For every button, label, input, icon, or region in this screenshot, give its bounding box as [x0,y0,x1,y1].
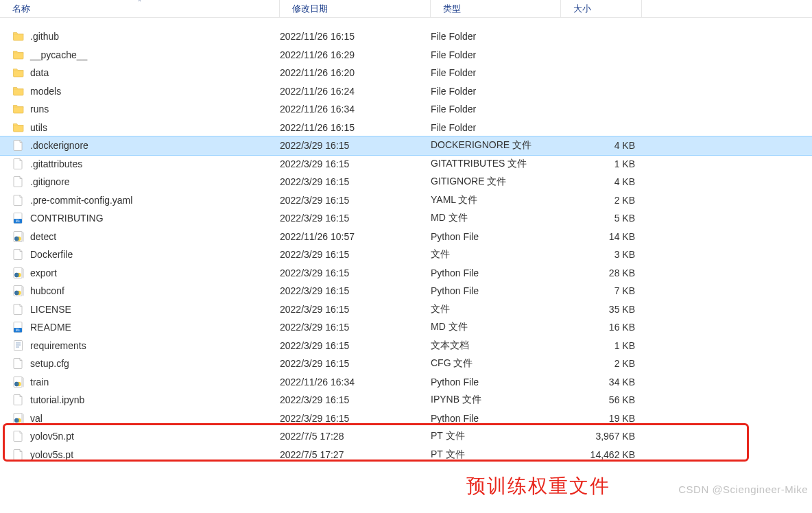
svg-text:M↓: M↓ [16,219,21,223]
file-date-cell: 2022/11/26 16:34 [280,104,431,115]
file-date-cell: 2022/3/29 16:15 [280,267,431,278]
file-type-cell: CFG 文件 [431,357,561,370]
file-row[interactable]: .gitignore2022/3/29 16:15GITIGNORE 文件4 K… [0,173,812,191]
file-type-cell: PT 文件 [431,430,561,442]
file-row[interactable]: val2022/3/29 16:15Python File19 KB [0,409,812,428]
file-row[interactable]: __pycache__2022/11/26 16:29File Folder [0,46,812,64]
file-row[interactable]: data2022/11/26 16:20File Folder [0,64,812,82]
file-row[interactable]: models2022/11/26 16:24File Folder [0,82,812,101]
file-type-cell: File Folder [431,31,561,42]
folder-icon [12,67,25,79]
file-icon [12,357,25,370]
file-date-cell: 2022/3/29 16:15 [280,195,431,206]
column-header-date[interactable]: 修改日期 [280,0,431,17]
file-name-label: export [30,267,57,278]
file-name-label: README [30,322,71,333]
column-header-name[interactable]: 名称 ˄ [0,0,280,17]
svg-rect-18 [14,340,23,350]
file-date-cell: 2022/3/29 16:15 [280,140,431,151]
file-type-cell: 文本文档 [431,339,561,352]
file-date-cell: 2022/3/29 16:15 [280,285,431,296]
file-size-cell: 34 KB [561,377,642,387]
file-date-cell: 2022/7/5 17:27 [280,449,431,460]
file-row[interactable]: .gitattributes2022/3/29 16:15GITATTRIBUT… [0,155,812,174]
python-icon [12,267,25,279]
file-row[interactable]: runs2022/11/26 16:34File Folder [0,100,812,119]
file-row[interactable]: M↓CONTRIBUTING2022/3/29 16:15MD 文件5 KB [0,209,812,228]
file-row[interactable]: yolov5s.pt2022/7/5 17:27PT 文件14,462 KB [0,446,812,464]
file-row[interactable]: requirements2022/3/29 16:15文本文档1 KB [0,337,812,355]
file-size-cell: 14,462 KB [561,449,642,460]
file-size-cell: 28 KB [561,267,642,278]
file-name-cell: data [12,67,280,79]
file-row[interactable]: utils2022/11/26 16:15File Folder [0,119,812,137]
file-date-cell: 2022/3/29 16:15 [280,322,431,333]
watermark-text: CSDN @Sciengineer-Mike [678,484,808,495]
file-row[interactable]: export2022/3/29 16:15Python File28 KB [0,264,812,283]
column-header-name-label: 名称 [12,3,30,15]
file-name-cell: setup.cfg [12,357,280,370]
file-size-cell: 19 KB [561,413,642,424]
file-row[interactable]: .pre-commit-config.yaml2022/3/29 16:15YA… [0,191,812,210]
annotation-text: 预训练权重文件 [466,473,610,499]
file-row[interactable]: setup.cfg2022/3/29 16:15CFG 文件2 KB [0,355,812,373]
file-icon [12,248,25,261]
file-name-label: Dockerfile [30,249,73,260]
file-size-cell: 4 KB [561,140,642,151]
file-name-cell: models [12,85,280,97]
folder-icon [12,121,25,134]
file-row[interactable]: Dockerfile2022/3/29 16:15文件3 KB [0,246,812,264]
svg-point-6 [14,237,19,241]
file-name-label: .gitignore [30,176,70,187]
file-row[interactable]: hubconf2022/3/29 16:15Python File7 KB [0,282,812,300]
file-row[interactable]: train2022/11/26 16:34Python File34 KB [0,373,812,392]
svg-point-25 [14,382,19,386]
column-header-type[interactable]: 类型 [431,0,561,17]
file-name-label: requirements [30,340,86,351]
sort-ascending-icon: ˄ [138,0,141,6]
file-size-cell: 5 KB [561,213,642,224]
file-row[interactable]: tutorial.ipynb2022/3/29 16:15IPYNB 文件56 … [0,391,812,409]
file-name-cell: .dockerignore [12,139,280,152]
column-header-size-label: 大小 [573,3,591,15]
column-header-date-label: 修改日期 [292,3,328,15]
file-size-cell: 3,967 KB [561,431,642,442]
file-row[interactable]: detect2022/11/26 10:57Python File14 KB [0,228,812,246]
file-type-cell: Python File [431,285,561,296]
file-row[interactable]: LICENSE2022/3/29 16:15文件35 KB [0,300,812,319]
folder-icon [12,103,25,115]
file-row[interactable]: .github2022/11/26 16:15File Folder [0,27,812,46]
file-row[interactable]: yolov5n.pt2022/7/5 17:28PT 文件3,967 KB [0,427,812,446]
file-date-cell: 2022/11/26 16:24 [280,86,431,97]
file-type-cell: DOCKERIGNORE 文件 [431,139,561,152]
python-icon [12,230,25,243]
file-date-cell: 2022/7/5 17:28 [280,431,431,442]
file-name-cell: requirements [12,339,280,352]
file-name-label: train [30,377,49,387]
file-name-cell: train [12,376,280,388]
file-name-label: tutorial.ipynb [30,394,84,405]
file-type-cell: Python File [431,413,561,424]
file-name-cell: yolov5n.pt [12,430,280,442]
file-name-label: .dockerignore [30,140,88,151]
file-name-label: hubconf [30,285,64,296]
file-name-cell: export [12,267,280,279]
file-size-cell: 3 KB [561,249,642,260]
file-type-cell: File Folder [431,67,561,78]
file-name-cell: .gitattributes [12,158,280,170]
file-name-label: val [30,413,43,424]
file-name-cell: val [12,412,280,425]
file-name-label: runs [30,104,49,115]
file-row[interactable]: .dockerignore2022/3/29 16:15DOCKERIGNORE… [0,136,812,155]
file-type-cell: IPYNB 文件 [431,394,561,406]
file-type-cell: File Folder [431,122,561,133]
file-size-cell: 7 KB [561,285,642,296]
column-header-size[interactable]: 大小 [561,0,642,17]
file-date-cell: 2022/3/29 16:15 [280,249,431,260]
file-size-cell: 2 KB [561,358,642,369]
file-size-cell: 16 KB [561,322,642,333]
file-type-cell: YAML 文件 [431,194,561,206]
md-icon: M↓ [12,212,25,224]
file-row[interactable]: M↓README2022/3/29 16:15MD 文件16 KB [0,318,812,337]
file-type-cell: 文件 [431,248,561,261]
